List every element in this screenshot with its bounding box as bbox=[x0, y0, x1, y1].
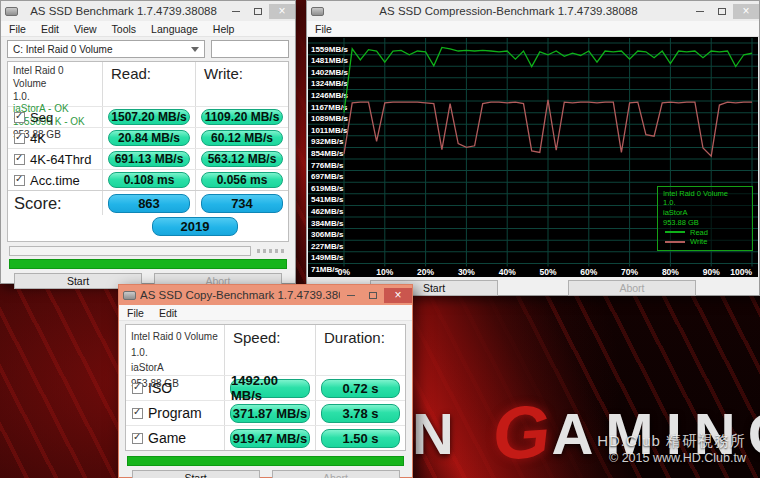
menu-file[interactable]: File bbox=[315, 23, 332, 35]
svg-text:1089MB/s: 1089MB/s bbox=[311, 114, 348, 123]
legend-read-label: Read bbox=[690, 228, 708, 238]
svg-text:60%: 60% bbox=[580, 267, 597, 277]
minimize-icon[interactable] bbox=[340, 288, 362, 303]
svg-text:384MB/s: 384MB/s bbox=[311, 219, 344, 228]
close-icon[interactable]: × bbox=[269, 4, 295, 19]
table-row-4k: 4K 20.84 MB/s 60.12 MB/s bbox=[8, 127, 288, 148]
4k-write-value: 60.12 MB/s bbox=[201, 130, 283, 146]
4k-read-value: 20.84 MB/s bbox=[108, 130, 190, 146]
4k64-read-value: 691.13 MB/s bbox=[108, 151, 190, 167]
write-column-header: Write: bbox=[195, 62, 288, 106]
menu-file[interactable]: File bbox=[127, 307, 144, 319]
close-icon[interactable]: × bbox=[733, 4, 759, 19]
game-speed-value: 919.47 MB/s bbox=[230, 429, 310, 448]
total-score-row: 2019 bbox=[8, 215, 288, 241]
minimize-icon[interactable] bbox=[689, 4, 711, 19]
program-speed-value: 371.87 MB/s bbox=[230, 404, 310, 423]
score-row: Score: 863 734 bbox=[8, 190, 288, 215]
abort-button[interactable]: Abort bbox=[272, 470, 400, 478]
table-row-game: Game 919.47 MB/s 1.50 s bbox=[126, 425, 405, 450]
menu-tools[interactable]: Tools bbox=[112, 23, 137, 35]
eta-marks bbox=[257, 249, 287, 253]
menu-edit[interactable]: Edit bbox=[159, 307, 177, 319]
acctime-checkbox[interactable] bbox=[14, 175, 25, 186]
close-icon[interactable]: × bbox=[384, 288, 412, 303]
acctime-write-value: 0.056 ms bbox=[201, 172, 283, 188]
toolbar: C: Intel Raid 0 Volume bbox=[1, 37, 295, 61]
4k64-write-value: 563.12 MB/s bbox=[201, 151, 283, 167]
title-bar[interactable]: AS SSD Copy-Benchmark 1.7.4739.38088 × bbox=[119, 285, 412, 305]
app-drive-icon bbox=[311, 7, 324, 16]
svg-text:306MB/s: 306MB/s bbox=[311, 230, 344, 239]
game-checkbox[interactable] bbox=[132, 433, 143, 444]
seq-checkbox[interactable] bbox=[14, 112, 25, 123]
watermark-line2: © 2015 www.HD.Club.tw bbox=[597, 451, 746, 467]
total-score-value: 2019 bbox=[152, 217, 238, 236]
menu-help[interactable]: Help bbox=[213, 23, 235, 35]
svg-text:80%: 80% bbox=[662, 267, 679, 277]
svg-text:462MB/s: 462MB/s bbox=[311, 207, 344, 216]
maximize-icon[interactable] bbox=[711, 4, 733, 19]
seq-write-value: 1109.20 MB/s bbox=[201, 109, 283, 125]
menu-view[interactable]: View bbox=[74, 23, 97, 35]
title-bar[interactable]: AS SSD Benchmark 1.7.4739.38088 × bbox=[1, 1, 295, 21]
drive-info-panel: Intel Raid 0 Volume 1.0. iaStorA 953.88 … bbox=[126, 325, 224, 375]
menu-edit[interactable]: Edit bbox=[41, 23, 59, 35]
score-label: Score: bbox=[8, 191, 102, 215]
copy-results-group: Intel Raid 0 Volume 1.0. iaStorA 953.88 … bbox=[125, 324, 406, 451]
start-button[interactable]: Start bbox=[132, 470, 260, 478]
svg-text:854MB/s: 854MB/s bbox=[311, 149, 344, 158]
read-line-swatch bbox=[665, 231, 685, 233]
gaming-letter-n: N bbox=[412, 401, 466, 466]
compression-benchmark-window: AS SSD Compression-Benchmark 1.7.4739.38… bbox=[306, 0, 760, 296]
svg-text:1167MB/s: 1167MB/s bbox=[311, 103, 348, 112]
window-title: AS SSD Benchmark 1.7.4739.38088 bbox=[22, 5, 225, 17]
svg-text:40%: 40% bbox=[499, 267, 516, 277]
svg-text:20%: 20% bbox=[417, 267, 434, 277]
table-row-seq: Seq 1507.20 MB/s 1109.20 MB/s bbox=[8, 106, 288, 127]
svg-text:70%: 70% bbox=[621, 267, 638, 277]
menu-file[interactable]: File bbox=[9, 23, 26, 35]
drive-info-panel: Intel Raid 0 Volume 1.0. iaStorA - OK 10… bbox=[8, 62, 102, 106]
duration-column-header: Duration: bbox=[315, 325, 405, 375]
results-group: Intel Raid 0 Volume 1.0. iaStorA - OK 10… bbox=[7, 61, 289, 242]
drive-select-value: C: Intel Raid 0 Volume bbox=[13, 44, 113, 55]
iso-duration-value: 0.72 s bbox=[321, 379, 400, 398]
menu-language[interactable]: Language bbox=[151, 23, 198, 35]
window-title: AS SSD Copy-Benchmark 1.7.4739.38088 bbox=[140, 289, 340, 301]
svg-text:90%: 90% bbox=[703, 267, 720, 277]
progress-bar bbox=[9, 259, 287, 269]
iso-speed-value: 1492.00 MB/s bbox=[230, 379, 310, 398]
test-size-box[interactable] bbox=[211, 40, 289, 58]
maximize-icon[interactable] bbox=[362, 288, 384, 303]
program-checkbox[interactable] bbox=[132, 408, 143, 419]
svg-text:149MB/s: 149MB/s bbox=[311, 253, 344, 262]
iso-checkbox[interactable] bbox=[132, 383, 143, 394]
4k64-checkbox[interactable] bbox=[14, 154, 25, 165]
as-ssd-benchmark-window: AS SSD Benchmark 1.7.4739.38088 × File E… bbox=[0, 0, 296, 284]
window-title: AS SSD Compression-Benchmark 1.7.4739.38… bbox=[328, 5, 689, 17]
svg-text:1324MB/s: 1324MB/s bbox=[311, 79, 348, 88]
svg-text:10%: 10% bbox=[376, 267, 393, 277]
gaming-logo-g: G bbox=[489, 388, 552, 477]
watermark: HD.Club 精研視務所 © 2015 www.HD.Club.tw bbox=[597, 432, 746, 466]
minimize-icon[interactable] bbox=[225, 4, 247, 19]
svg-text:30%: 30% bbox=[458, 267, 475, 277]
drive-select[interactable]: C: Intel Raid 0 Volume bbox=[7, 40, 205, 58]
table-row-4k64thrd: 4K-64Thrd 691.13 MB/s 563.12 MB/s bbox=[8, 148, 288, 169]
svg-text:100%: 100% bbox=[730, 267, 752, 277]
svg-text:50%: 50% bbox=[540, 267, 557, 277]
svg-text:0%: 0% bbox=[338, 267, 351, 277]
table-row-iso: ISO 1492.00 MB/s 0.72 s bbox=[126, 375, 405, 400]
app-drive-icon bbox=[5, 7, 18, 16]
maximize-icon[interactable] bbox=[247, 4, 269, 19]
read-column-header: Read: bbox=[102, 62, 195, 106]
title-bar[interactable]: AS SSD Compression-Benchmark 1.7.4739.38… bbox=[307, 1, 759, 21]
abort-button[interactable]: Abort bbox=[568, 280, 696, 296]
compression-chart-area: 1559MB/s1481MB/s1402MB/s1324MB/s1246MB/s… bbox=[308, 37, 758, 277]
app-drive-icon bbox=[123, 291, 136, 300]
svg-text:1011MB/s: 1011MB/s bbox=[311, 126, 348, 135]
4k-checkbox[interactable] bbox=[14, 133, 25, 144]
menu-bar: File Edit bbox=[119, 305, 412, 321]
menu-bar: File Edit View Tools Language Help bbox=[1, 21, 295, 37]
